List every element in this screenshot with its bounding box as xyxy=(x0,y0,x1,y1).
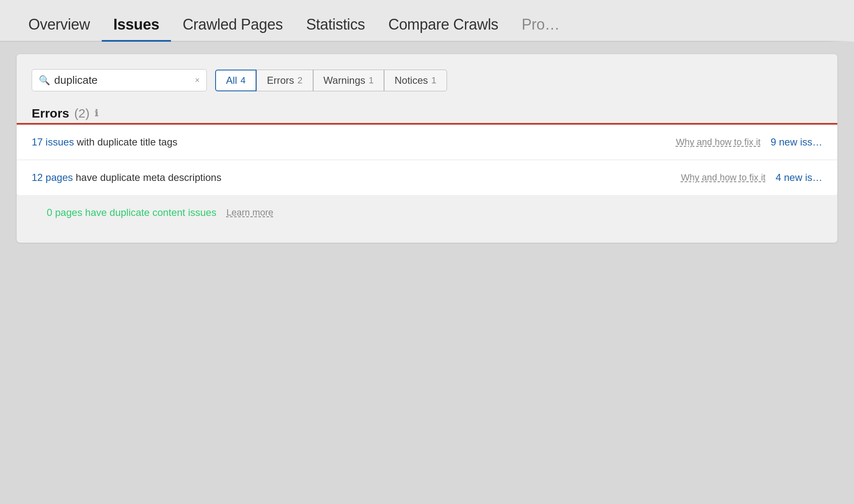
search-input[interactable] xyxy=(54,74,191,87)
tab-navigation: Overview Issues Crawled Pages Statistics… xyxy=(0,0,854,42)
issues-list: 17 issues with duplicate title tags Why … xyxy=(17,125,837,195)
zero-issues-text: 0 pages have duplicate content issues xyxy=(47,207,216,218)
filter-errors-count: 2 xyxy=(297,75,302,86)
errors-heading-label: Errors xyxy=(32,106,69,120)
tab-pro[interactable]: Pro… xyxy=(510,16,571,41)
filter-notices-count: 1 xyxy=(431,75,436,86)
filter-all-count: 4 xyxy=(241,75,246,86)
filter-errors-button[interactable]: Errors 2 xyxy=(256,70,313,91)
filter-notices-label: Notices xyxy=(394,75,428,86)
issue-2-text: 12 pages have duplicate meta description… xyxy=(32,172,671,183)
issue-2-fix-link[interactable]: Why and how to fix it xyxy=(681,172,766,183)
issue-1-link[interactable]: 17 issues xyxy=(32,136,74,148)
issue-1-text: 17 issues with duplicate title tags xyxy=(32,136,666,148)
filter-warnings-count: 1 xyxy=(369,75,374,86)
issues-card: 🔍 × All 4 Errors 2 Warnings 1 xyxy=(17,54,837,243)
filter-row: 🔍 × All 4 Errors 2 Warnings 1 xyxy=(32,69,822,91)
issue-1-new-badge: 9 new iss… xyxy=(771,136,822,148)
issue-1-description: with duplicate title tags xyxy=(74,136,177,148)
filter-all-button[interactable]: All 4 xyxy=(215,70,256,91)
issue-2-new-badge: 4 new is… xyxy=(776,172,822,183)
issue-row-2[interactable]: 12 pages have duplicate meta description… xyxy=(17,160,837,195)
filter-warnings-label: Warnings xyxy=(324,75,365,86)
filter-buttons: All 4 Errors 2 Warnings 1 Notices 1 xyxy=(215,70,447,91)
issue-1-fix-link[interactable]: Why and how to fix it xyxy=(676,137,761,148)
search-icon: 🔍 xyxy=(39,75,50,86)
tab-bar: Overview Issues Crawled Pages Statistics… xyxy=(0,0,854,42)
filter-notices-button[interactable]: Notices 1 xyxy=(384,70,447,91)
tab-crawled-pages[interactable]: Crawled Pages xyxy=(171,16,294,41)
info-icon[interactable]: ℹ xyxy=(95,108,98,119)
search-box: 🔍 × xyxy=(32,69,207,91)
issue-row-1[interactable]: 17 issues with duplicate title tags Why … xyxy=(17,125,837,160)
errors-heading: Errors (2) ℹ xyxy=(32,106,822,120)
tab-statistics[interactable]: Statistics xyxy=(294,16,377,41)
issue-2-description: have duplicate meta descriptions xyxy=(73,172,221,183)
tab-issues[interactable]: Issues xyxy=(102,16,171,41)
filter-errors-label: Errors xyxy=(267,75,294,86)
filter-all-label: All xyxy=(226,75,237,86)
search-clear-button[interactable]: × xyxy=(195,75,200,85)
tab-overview[interactable]: Overview xyxy=(17,16,102,41)
errors-count: (2) xyxy=(74,106,90,120)
main-content: 🔍 × All 4 Errors 2 Warnings 1 xyxy=(0,42,854,255)
zero-issues-row: 0 pages have duplicate content issues Le… xyxy=(32,195,822,230)
issue-2-link[interactable]: 12 pages xyxy=(32,172,73,183)
learn-more-link[interactable]: Learn more xyxy=(226,207,274,218)
filter-warnings-button[interactable]: Warnings 1 xyxy=(313,70,384,91)
tab-compare-crawls[interactable]: Compare Crawls xyxy=(377,16,510,41)
